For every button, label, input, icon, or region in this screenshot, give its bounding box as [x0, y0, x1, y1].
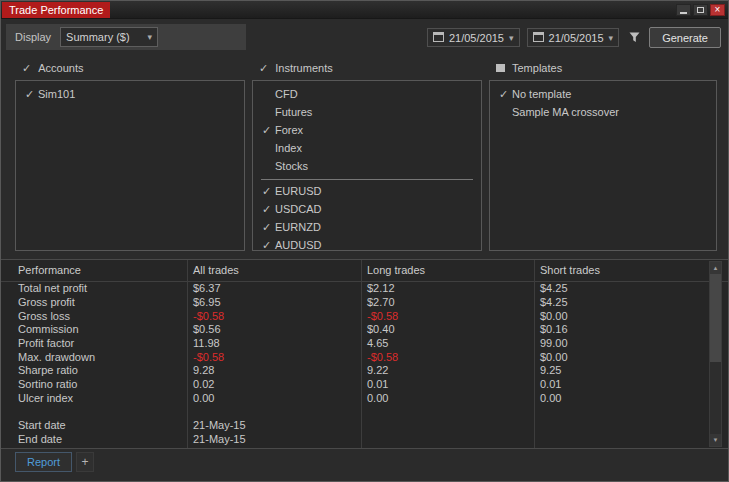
- scroll-down-button[interactable]: ▼: [710, 434, 721, 446]
- templates-checkbox[interactable]: [496, 64, 505, 72]
- filter-icon[interactable]: [626, 30, 642, 46]
- minimize-button[interactable]: [676, 4, 691, 16]
- cell-value: 99.00: [534, 337, 706, 350]
- list-item-usdcad[interactable]: ✓USDCAD: [253, 200, 481, 218]
- scroll-up-button[interactable]: ▲: [710, 262, 721, 274]
- list-item-audusd[interactable]: ✓AUDUSD: [253, 236, 481, 251]
- table-row[interactable]: Sortino ratio0.020.010.01: [1, 378, 729, 392]
- accounts-checkbox[interactable]: ✓: [22, 63, 31, 74]
- table-body: Total net profit$6.37$2.12$4.25Gross pro…: [1, 282, 729, 446]
- cell-value: 0.00: [534, 392, 706, 405]
- row-label: Gross loss: [1, 310, 187, 323]
- list-item-stocks[interactable]: Stocks: [253, 157, 481, 175]
- cell-value: $6.37: [187, 282, 361, 295]
- instruments-label: Instruments: [275, 62, 332, 74]
- check-icon: ✓: [499, 88, 512, 101]
- cell-value: $2.12: [361, 282, 534, 295]
- display-dropdown[interactable]: Summary ($) ▾: [60, 27, 158, 47]
- accounts-label: Accounts: [38, 62, 83, 74]
- tab-report[interactable]: Report: [15, 452, 72, 472]
- instrument-symbols-list: ✓EURUSD✓USDCAD✓EURNZD✓AUDUSD: [253, 182, 481, 251]
- list-item-futures[interactable]: Futures: [253, 103, 481, 121]
- cell-value: $0.56: [187, 323, 361, 336]
- row-label: Profit factor: [1, 337, 187, 350]
- list-item-eurnzd[interactable]: ✓EURNZD: [253, 218, 481, 236]
- date-to-value: 21/05/2015: [549, 32, 604, 44]
- cell-value: 0.00: [187, 392, 361, 405]
- cell-value: $0.16: [534, 323, 706, 336]
- list-item-sample-ma-crossover[interactable]: Sample MA crossover: [490, 103, 716, 121]
- table-row[interactable]: Commission$0.56$0.40$0.16: [1, 323, 729, 337]
- column-header-performance[interactable]: Performance: [1, 264, 187, 277]
- check-icon: ✓: [262, 221, 275, 234]
- generate-button[interactable]: Generate: [649, 27, 721, 48]
- date-to-picker[interactable]: 21/05/2015 ▾: [527, 28, 620, 47]
- cell-value: -$0.58: [187, 351, 361, 364]
- list-item-forex[interactable]: ✓Forex: [253, 121, 481, 139]
- close-button[interactable]: ×: [710, 4, 725, 16]
- table-row[interactable]: End date21-May-15: [1, 433, 729, 447]
- column-divider: [361, 260, 362, 448]
- table-row[interactable]: Gross profit$6.95$2.70$4.25: [1, 296, 729, 310]
- maximize-button[interactable]: [693, 4, 708, 16]
- table-row[interactable]: Start date21-May-15: [1, 419, 729, 433]
- table-row[interactable]: Profit factor11.984.6599.00: [1, 337, 729, 351]
- table-row[interactable]: Total net profit$6.37$2.12$4.25: [1, 282, 729, 296]
- list-item-label: No template: [512, 88, 571, 100]
- check-icon: ✓: [25, 88, 38, 101]
- check-icon: ✓: [262, 203, 275, 216]
- list-item-eurusd[interactable]: ✓EURUSD: [253, 182, 481, 200]
- table-row[interactable]: [1, 405, 729, 419]
- column-divider: [534, 260, 535, 448]
- date-from-picker[interactable]: 21/05/2015 ▾: [427, 28, 520, 47]
- cell-value: $4.25: [534, 296, 706, 309]
- trade-performance-window: Trade Performance × Display Summary ($) …: [0, 0, 729, 482]
- cell-value: $4.25: [534, 282, 706, 295]
- row-label: Sortino ratio: [1, 378, 187, 391]
- instruments-header: ✓ Instruments: [259, 62, 333, 74]
- table-header-row: PerformanceAll tradesLong tradesShort tr…: [1, 260, 729, 282]
- table-row[interactable]: Max. drawdown-$0.58-$0.58$0.00: [1, 350, 729, 364]
- list-item-no-template[interactable]: ✓No template: [490, 85, 716, 103]
- chevron-down-icon: ▾: [148, 32, 153, 42]
- row-label: Commission: [1, 323, 187, 336]
- scrollbar-track[interactable]: [710, 274, 721, 434]
- column-header-long-trades[interactable]: Long trades: [361, 264, 534, 277]
- row-label: Total net profit: [1, 282, 187, 295]
- tab-add-button[interactable]: +: [76, 452, 94, 472]
- list-item-label: AUDUSD: [275, 239, 321, 251]
- performance-table: PerformanceAll tradesLong tradesShort tr…: [1, 259, 729, 449]
- check-icon: ✓: [262, 239, 275, 252]
- list-item-label: Sim101: [38, 88, 75, 100]
- table-scrollbar[interactable]: ▲ ▼: [709, 261, 722, 447]
- cell-value: $0.40: [361, 323, 534, 336]
- title-bar[interactable]: Trade Performance ×: [1, 1, 728, 19]
- cell-value: 0.01: [361, 378, 534, 391]
- table-row[interactable]: Sharpe ratio9.289.229.25: [1, 364, 729, 378]
- instruments-checkbox[interactable]: ✓: [259, 63, 268, 74]
- list-item-index[interactable]: Index: [253, 139, 481, 157]
- instruments-panel: CFDFutures✓ForexIndexStocks ✓EURUSD✓USDC…: [252, 80, 482, 251]
- list-item-sim101[interactable]: ✓Sim101: [16, 85, 244, 103]
- table-row[interactable]: Gross loss-$0.58-$0.58$0.00: [1, 309, 729, 323]
- cell-value: 9.22: [361, 364, 534, 377]
- instruments-separator: [261, 179, 473, 180]
- scrollbar-thumb[interactable]: [710, 274, 721, 362]
- cell-value: $0.00: [534, 310, 706, 323]
- table-row[interactable]: Ulcer index0.000.000.00: [1, 392, 729, 406]
- cell-value: 0.00: [361, 392, 534, 405]
- cell-value: 4.65: [361, 337, 534, 350]
- list-item-label: EURUSD: [275, 185, 321, 197]
- accounts-panel: ✓Sim101: [15, 80, 245, 251]
- list-item-label: Stocks: [275, 160, 308, 172]
- tab-bar: Report +: [1, 449, 728, 481]
- row-label: End date: [1, 433, 187, 446]
- cell-value: 9.28: [187, 364, 361, 377]
- column-header-short-trades[interactable]: Short trades: [534, 264, 706, 277]
- list-item-cfd[interactable]: CFD: [253, 85, 481, 103]
- column-header-all-trades[interactable]: All trades: [187, 264, 361, 277]
- templates-panel: ✓No templateSample MA crossover: [489, 80, 717, 251]
- calendar-icon: [433, 31, 444, 44]
- chevron-down-icon: ▾: [509, 33, 514, 43]
- accounts-header: ✓ Accounts: [22, 62, 83, 74]
